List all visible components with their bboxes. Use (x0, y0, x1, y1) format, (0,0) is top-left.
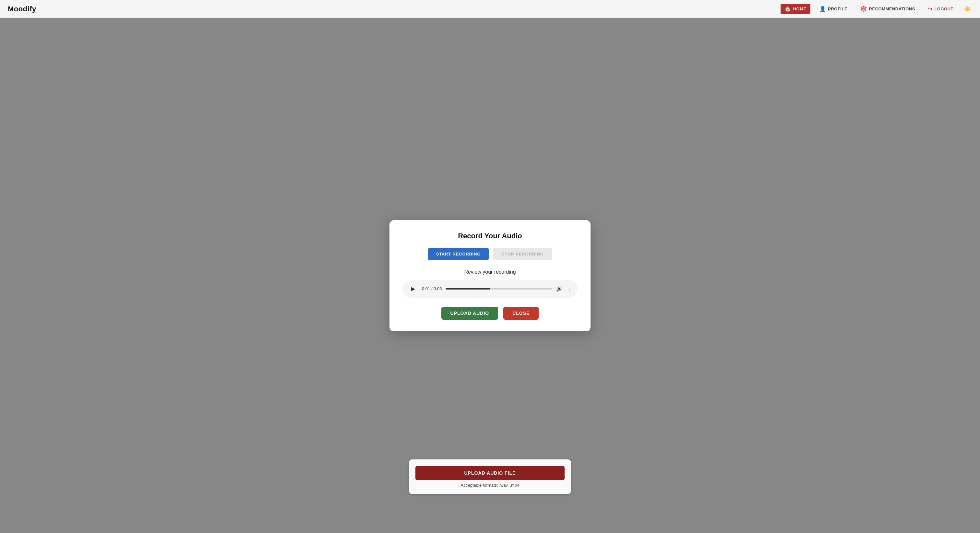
nav-links: 🏠 HOME 👤 PROFILE 🎯 RECOMMENDATIONS ↪ LOG… (781, 4, 972, 14)
audio-player: ▶ 0:01 / 0:03 🔊 ⋮ (402, 280, 578, 298)
recording-controls: START RECORDING STOP RECORDING (402, 248, 578, 260)
start-recording-button[interactable]: START RECORDING (428, 248, 489, 260)
nav-profile-label: PROFILE (828, 6, 847, 11)
modal-overlay: UPLOAD AUDIO FILE Acceptable formats: .w… (0, 18, 980, 533)
home-icon: 🏠 (784, 6, 791, 12)
logout-icon: ↪ (928, 6, 933, 12)
nav-logout[interactable]: ↪ LOGOUT (924, 4, 957, 14)
close-modal-button[interactable]: CLOSE (503, 307, 539, 320)
play-button[interactable]: ▶ (408, 284, 418, 294)
audio-progress-fill (445, 288, 490, 290)
more-options-button[interactable]: ⋮ (566, 286, 572, 292)
upload-audio-button[interactable]: UPLOAD AUDIO (441, 307, 498, 320)
record-audio-modal: Record Your Audio START RECORDING STOP R… (390, 220, 590, 331)
modal-action-buttons: UPLOAD AUDIO CLOSE (402, 307, 578, 320)
volume-button[interactable]: 🔊 (556, 286, 563, 292)
modal-title: Record Your Audio (402, 232, 578, 240)
nav-recommendations-label: RECOMMENDATIONS (869, 6, 915, 11)
nav-recommendations[interactable]: 🎯 RECOMMENDATIONS (856, 4, 919, 14)
app-brand: Moodify (8, 5, 36, 13)
theme-toggle-button[interactable]: ☀️ (963, 4, 972, 14)
profile-icon: 👤 (819, 6, 826, 12)
time-display: 0:01 / 0:03 (422, 286, 442, 291)
navbar: Moodify 🏠 HOME 👤 PROFILE 🎯 RECOMMENDATIO… (0, 0, 980, 18)
audio-progress-bar[interactable] (445, 288, 552, 290)
nav-logout-label: LOGOUT (934, 6, 953, 11)
review-recording-label: Review your recording (402, 269, 578, 275)
nav-home-label: HOME (793, 6, 807, 11)
nav-profile[interactable]: 👤 PROFILE (816, 4, 851, 14)
stop-recording-button[interactable]: STOP RECORDING (493, 248, 552, 260)
acceptable-formats-label: Acceptable formats: .wav, .mp4 (415, 483, 565, 488)
nav-home[interactable]: 🏠 HOME (781, 4, 810, 14)
upload-audio-file-button[interactable]: UPLOAD AUDIO FILE (415, 466, 565, 480)
background-upload-card: UPLOAD AUDIO FILE Acceptable formats: .w… (409, 460, 571, 494)
recommendations-icon: 🎯 (860, 6, 867, 12)
